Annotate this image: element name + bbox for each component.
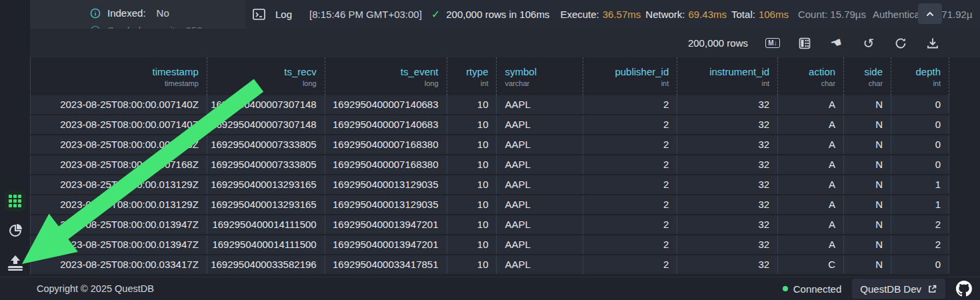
table-cell: 1692950400007168380	[325, 155, 447, 174]
indexed-value: No	[157, 7, 169, 19]
table-cell: N	[844, 235, 891, 254]
sidebar-item-chart[interactable]	[7, 222, 24, 239]
column-header-rtype[interactable]: rtypeint	[447, 57, 497, 95]
table-cell: 32	[677, 195, 778, 214]
table-row[interactable]: 2023-08-25T08:00:00.007140Z1692950400007…	[30, 115, 949, 135]
table-row[interactable]: 2023-08-25T08:00:00.007168Z1692950400007…	[30, 135, 949, 155]
table-cell: 1692950400033582196	[207, 255, 325, 274]
markdown-export-icon[interactable]: M↓	[765, 36, 780, 51]
table-cell: 2023-08-25T08:00:00.013129Z	[31, 195, 207, 214]
chevron-up-icon	[925, 9, 935, 19]
table-cell: 10	[447, 95, 497, 114]
success-check-icon: ✓	[431, 8, 440, 21]
table-cell: 2	[583, 215, 677, 234]
table-cell: 2	[583, 195, 677, 214]
table-header-row: timestamptimestampts_recvlongts_eventlon…	[30, 57, 949, 95]
table-cell: 2023-08-25T08:00:00.007168Z	[31, 135, 207, 154]
log-label[interactable]: Log	[275, 9, 292, 20]
stat-value: 36.57ms	[603, 9, 641, 20]
table-cell: 1692950400014111500	[207, 215, 325, 234]
table-cell: 1692950400007333805	[207, 135, 325, 154]
connection-status: Connected	[783, 283, 842, 295]
table-row[interactable]: 2023-08-25T08:00:00.013947Z1692950400014…	[30, 215, 949, 235]
table-row[interactable]: 2023-08-25T08:00:00.013129Z1692950400013…	[30, 195, 949, 215]
column-header-publisher_id[interactable]: publisher_idint	[583, 57, 677, 95]
table-cell: A	[778, 195, 844, 214]
table-cell: 2	[583, 135, 677, 154]
table-cell: 10	[447, 115, 497, 134]
column-header-depth[interactable]: depthint	[891, 57, 949, 95]
query-timestamp: [8:15:46 PM GMT+03:00]	[309, 9, 422, 20]
log-status-bar: Log [8:15:46 PM GMT+03:00] ✓ 200,000 row…	[245, 0, 980, 29]
column-header-symbol[interactable]: symbolvarchar	[497, 57, 583, 95]
table-cell: 32	[677, 95, 778, 114]
table-cell: 1692950400013293165	[207, 195, 325, 214]
table-cell: 10	[447, 155, 497, 174]
table-cell: A	[778, 175, 844, 194]
table-row[interactable]: 2023-08-25T08:00:00.033417Z1692950400033…	[30, 255, 949, 275]
table-row[interactable]: 2023-08-25T08:00:00.013129Z1692950400013…	[30, 175, 949, 195]
history-icon[interactable]: ↺	[861, 36, 876, 51]
table-cell: 1692950400007168380	[325, 135, 447, 154]
table-cell: 2	[583, 235, 677, 254]
table-cell: N	[844, 195, 891, 214]
table-cell: 0	[891, 135, 949, 154]
stat-value: 69.43ms	[688, 9, 727, 20]
table-cell: 0	[891, 155, 949, 174]
table-cell: 1692950400007333805	[207, 155, 325, 174]
collapse-panel-button[interactable]	[918, 3, 942, 24]
column-header-action[interactable]: actionchar	[778, 57, 844, 95]
table-cell: 32	[677, 175, 778, 194]
table-cell: 10	[447, 135, 497, 154]
stat-label: Total:	[731, 9, 755, 20]
pointer-hand-icon[interactable]: ☚	[829, 36, 844, 51]
table-cell: 0	[891, 115, 949, 134]
table-cell: 2	[583, 155, 677, 174]
table-cell: 2	[583, 95, 677, 114]
table-cell: 1692950400013947201	[325, 235, 447, 254]
table-cell: N	[844, 175, 891, 194]
table-cell: 1692950400013293165	[207, 175, 325, 194]
table-row[interactable]: 2023-08-25T08:00:00.007140Z1692950400007…	[30, 95, 949, 115]
terminal-icon	[252, 7, 266, 21]
github-icon[interactable]	[956, 281, 972, 297]
column-header-ts_event[interactable]: ts_eventlong	[325, 57, 447, 95]
table-row[interactable]: 2023-08-25T08:00:00.007168Z1692950400007…	[30, 155, 949, 175]
refresh-icon[interactable]	[893, 36, 908, 51]
table-cell: AAPL	[497, 235, 583, 254]
table-cell: 2	[583, 255, 677, 274]
table-cell: 32	[677, 155, 778, 174]
column-header-timestamp[interactable]: timestamptimestamp	[31, 57, 207, 95]
column-header-ts_recv[interactable]: ts_recvlong	[207, 57, 325, 95]
sidebar-item-import[interactable]	[5, 253, 25, 273]
table-cell: 2	[583, 175, 677, 194]
column-info-panel: Indexed: No Symbol capacity: 256	[30, 0, 245, 29]
column-header-instrument_id[interactable]: instrument_idint	[677, 57, 778, 95]
table-row[interactable]: 2023-08-25T08:00:00.013947Z1692950400014…	[30, 235, 949, 255]
left-sidebar	[0, 0, 30, 277]
connected-dot-icon	[783, 286, 788, 291]
table-cell: 1692950400007140683	[325, 115, 447, 134]
columns-freeze-icon[interactable]	[797, 36, 812, 51]
table-cell: AAPL	[497, 135, 583, 154]
count-stat: Count: 15.79µs	[798, 9, 866, 20]
table-cell: 2023-08-25T08:00:00.007140Z	[31, 95, 207, 114]
table-cell: 32	[677, 115, 778, 134]
table-cell: AAPL	[497, 155, 583, 174]
instance-button[interactable]: QuestDB Dev	[852, 279, 945, 299]
sidebar-item-grid[interactable]	[5, 191, 25, 211]
table-cell: 10	[447, 215, 497, 234]
table-cell: 32	[677, 215, 778, 234]
grid-toolbar: 200,000 rows M↓ ☚ ↺	[30, 29, 980, 57]
table-cell: 10	[447, 235, 497, 254]
table-cell: AAPL	[497, 115, 583, 134]
table-cell: 2023-08-25T08:00:00.007168Z	[31, 155, 207, 174]
query-result-text: 200,000 rows in 106ms	[446, 9, 549, 20]
column-header-side[interactable]: sidechar	[844, 57, 891, 95]
download-icon[interactable]	[925, 36, 940, 51]
stat-label: Execute:	[560, 9, 599, 20]
table-cell: N	[844, 255, 891, 274]
table-cell: A	[778, 115, 844, 134]
table-cell: 1692950400013947201	[325, 215, 447, 234]
table-cell: 0	[891, 95, 949, 114]
